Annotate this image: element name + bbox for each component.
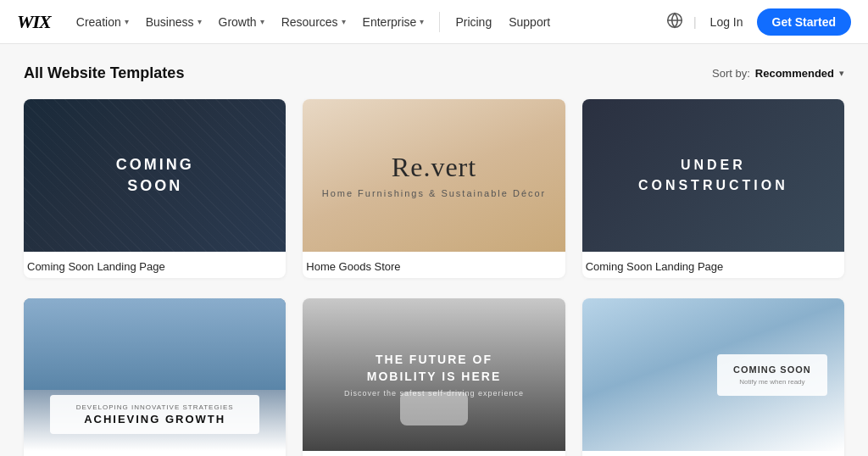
page-title: All Website Templates (24, 64, 184, 82)
sort-by-control[interactable]: Sort by: Recommended ▾ (712, 67, 844, 80)
template-thumbnail: UNDERCONSTRUCTION (582, 99, 844, 252)
template-card[interactable]: UNDERCONSTRUCTION Coming Soon Landing Pa… (582, 99, 844, 278)
get-started-button[interactable]: Get Started (757, 8, 851, 36)
thumb-text: Re.vert Home Furnishings & Sustainable D… (322, 153, 547, 197)
template-thumbnail: Developing Innovative Strategies ACHIEVI… (24, 298, 286, 451)
nav-separator (439, 12, 440, 32)
navbar: WIX Creation ▾ Business ▾ Growth ▾ Resou… (0, 0, 868, 44)
chevron-down-icon: ▾ (260, 17, 264, 26)
nav-item-resources[interactable]: Resources ▾ (273, 10, 354, 34)
nav-label-resources: Resources (281, 15, 338, 29)
thumb-main-text: ACHIEVING GROWTH (64, 413, 246, 425)
thumb-text: COMINGSOON (116, 154, 194, 197)
template-name: Coming Soon Landing Page (24, 252, 286, 278)
template-thumbnail: Coming Soon Notify me when ready (582, 298, 844, 451)
chevron-down-icon: ▾ (420, 17, 424, 26)
nav-item-enterprise[interactable]: Enterprise ▾ (354, 10, 433, 34)
template-thumbnail: COMINGSOON (24, 99, 286, 252)
nav-item-creation[interactable]: Creation ▾ (68, 10, 137, 34)
template-name: Home Goods Store (303, 252, 565, 278)
template-name: AI Company (303, 451, 565, 456)
template-thumbnail: Re.vert Home Furnishings & Sustainable D… (303, 99, 565, 252)
nav-label-business: Business (146, 15, 194, 29)
nav-label-support: Support (509, 15, 550, 29)
thumb-text: UNDERCONSTRUCTION (638, 155, 788, 196)
templates-grid: COMINGSOON Coming Soon Landing Page Re.v… (24, 99, 844, 456)
nav-items: Creation ▾ Business ▾ Growth ▾ Resources… (68, 10, 663, 34)
nav-label-growth: Growth (219, 15, 257, 29)
template-card[interactable]: COMINGSOON Coming Soon Landing Page (24, 99, 286, 278)
thumb-text: THE FUTURE OFMOBILITY IS HERE Discover t… (344, 352, 524, 397)
nav-item-support[interactable]: Support (500, 10, 559, 34)
chevron-down-icon: ▾ (198, 17, 202, 26)
thumb-text: Developing Innovative Strategies ACHIEVI… (50, 395, 259, 434)
nav-label-enterprise: Enterprise (363, 15, 417, 29)
globe-icon[interactable] (666, 12, 687, 32)
template-name: Coming Soon Landing Page (582, 451, 844, 456)
template-card[interactable]: THE FUTURE OFMOBILITY IS HERE Discover t… (303, 298, 565, 456)
nav-item-business[interactable]: Business ▾ (137, 10, 210, 34)
thumb-subtext: Notify me when ready (729, 378, 815, 386)
main-content: All Website Templates Sort by: Recommend… (0, 44, 868, 456)
thumb-main-text: THE FUTURE OFMOBILITY IS HERE (344, 352, 524, 385)
sort-label: Sort by: (712, 67, 750, 80)
template-card[interactable]: Developing Innovative Strategies ACHIEVI… (24, 298, 286, 456)
thumb-text: Coming Soon (729, 364, 815, 375)
login-button[interactable]: Log In (704, 10, 750, 34)
page-header: All Website Templates Sort by: Recommend… (24, 64, 844, 82)
template-card[interactable]: Re.vert Home Furnishings & Sustainable D… (303, 99, 565, 278)
nav-right: | Log In Get Started (666, 8, 851, 36)
wix-logo[interactable]: WIX (17, 11, 51, 33)
sort-value: Recommended (755, 67, 834, 80)
template-name: Business Consulting Company (24, 451, 286, 456)
template-card[interactable]: Coming Soon Notify me when ready Coming … (582, 298, 844, 456)
template-thumbnail: THE FUTURE OFMOBILITY IS HERE Discover t… (303, 298, 565, 451)
nav-item-growth[interactable]: Growth ▾ (210, 10, 273, 34)
nav-label-pricing: Pricing (455, 15, 492, 29)
chevron-down-icon: ▾ (839, 68, 844, 79)
thumb-subtext: Home Furnishings & Sustainable Décor (322, 188, 547, 198)
nav-divider: | (693, 15, 697, 29)
nav-item-pricing[interactable]: Pricing (447, 10, 500, 34)
chevron-down-icon: ▾ (342, 17, 346, 26)
thumb-subtext: Discover the safest self-driving experie… (344, 389, 524, 398)
thumb-panel: Coming Soon Notify me when ready (717, 354, 827, 396)
thumb-subtext: Developing Innovative Strategies (64, 403, 246, 411)
template-name: Coming Soon Landing Page (582, 252, 844, 278)
nav-label-creation: Creation (76, 15, 121, 29)
chevron-down-icon: ▾ (125, 17, 129, 26)
